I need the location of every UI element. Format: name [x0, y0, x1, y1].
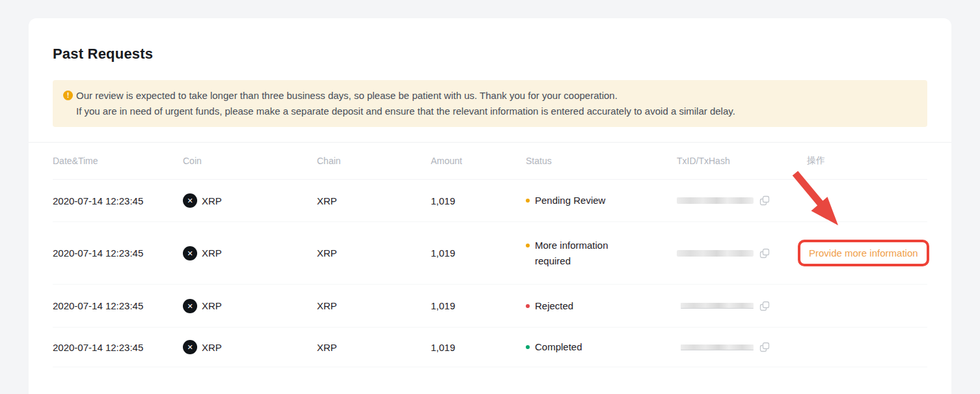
table-row: 2020-07-14 12:23:45 ✕ XRP XRP 1,019 Reje…: [53, 285, 927, 328]
page-title: Past Requests: [53, 46, 927, 63]
txid-redacted-bar: [681, 345, 754, 350]
txid-redacted-bar: [677, 197, 754, 204]
coin-label: XRP: [202, 300, 222, 311]
coin-label: XRP: [202, 195, 222, 206]
status-dot: [526, 345, 530, 349]
datetime-cell: 2020-07-14 12:23:45: [53, 195, 183, 206]
coin-cell: ✕ XRP: [183, 299, 317, 313]
col-header-status: Status: [526, 156, 677, 166]
copy-icon[interactable]: [759, 247, 770, 259]
coin-cell: ✕ XRP: [183, 340, 317, 354]
warning-icon: !: [63, 91, 73, 100]
amount-cell: 1,019: [431, 195, 526, 206]
amount-cell: 1,019: [431, 342, 526, 353]
table-row: 2020-07-14 12:23:45 ✕ XRP XRP 1,019 More…: [53, 222, 927, 285]
table-row: 2020-07-14 12:23:45 ✕ XRP XRP 1,019 Pend…: [53, 180, 927, 222]
col-header-amount: Amount: [431, 156, 526, 166]
col-header-coin: Coin: [183, 156, 317, 166]
chain-cell: XRP: [317, 300, 431, 311]
chain-cell: XRP: [317, 342, 431, 353]
coin-label: XRP: [202, 247, 222, 259]
status-label: Completed: [535, 339, 582, 355]
action-cell: Provide more information: [807, 240, 929, 266]
status-cell: More information required: [526, 238, 677, 269]
coin-cell: ✕ XRP: [183, 246, 317, 260]
status-cell: Pending Review: [526, 193, 677, 208]
status-dot: [526, 304, 530, 308]
provide-more-information-link[interactable]: Provide more information: [809, 247, 918, 259]
chain-cell: XRP: [317, 247, 431, 259]
status-cell: Rejected: [526, 298, 677, 314]
xrp-logo-icon: ✕: [183, 193, 197, 208]
xrp-logo-icon: ✕: [183, 299, 197, 313]
copy-icon[interactable]: [759, 341, 770, 353]
copy-icon[interactable]: [759, 195, 770, 206]
annotation-highlight-box: Provide more information: [798, 240, 929, 266]
past-requests-table: Date&Time Coin Chain Amount Status TxID/…: [29, 143, 951, 367]
table-row: 2020-07-14 12:23:45 ✕ XRP XRP 1,019 Comp…: [53, 328, 927, 367]
txid-cell: [677, 247, 807, 259]
txid-cell: [677, 300, 807, 312]
table-header-row: Date&Time Coin Chain Amount Status TxID/…: [53, 143, 927, 180]
status-dot: [526, 244, 530, 247]
status-label: Rejected: [535, 298, 573, 314]
coin-label: XRP: [202, 342, 222, 353]
past-requests-card: Past Requests ! Our review is expected t…: [29, 18, 951, 394]
datetime-cell: 2020-07-14 12:23:45: [53, 300, 183, 311]
copy-icon[interactable]: [759, 300, 770, 312]
notice-banner: ! Our review is expected to take longer …: [53, 80, 927, 127]
col-header-chain: Chain: [317, 156, 431, 166]
datetime-cell: 2020-07-14 12:23:45: [53, 342, 183, 353]
xrp-logo-icon: ✕: [183, 340, 197, 354]
col-header-txid: TxID/TxHash: [677, 156, 807, 166]
col-header-action: 操作: [807, 155, 927, 167]
amount-cell: 1,019: [431, 247, 526, 259]
notice-line-2: If you are in need of urgent funds, plea…: [76, 104, 735, 119]
col-header-datetime: Date&Time: [53, 156, 183, 166]
coin-cell: ✕ XRP: [183, 193, 317, 208]
amount-cell: 1,019: [431, 300, 526, 311]
status-label: Pending Review: [535, 193, 605, 208]
chain-cell: XRP: [317, 195, 431, 206]
xrp-logo-icon: ✕: [183, 246, 197, 260]
txid-redacted-bar: [681, 303, 754, 309]
datetime-cell: 2020-07-14 12:23:45: [53, 247, 183, 259]
status-dot: [526, 199, 530, 203]
txid-redacted-bar: [677, 250, 754, 257]
status-label: More information required: [535, 238, 633, 269]
txid-cell: [677, 195, 807, 206]
status-cell: Completed: [526, 339, 677, 355]
notice-line-1: Our review is expected to take longer th…: [76, 88, 735, 104]
txid-cell: [677, 341, 807, 353]
